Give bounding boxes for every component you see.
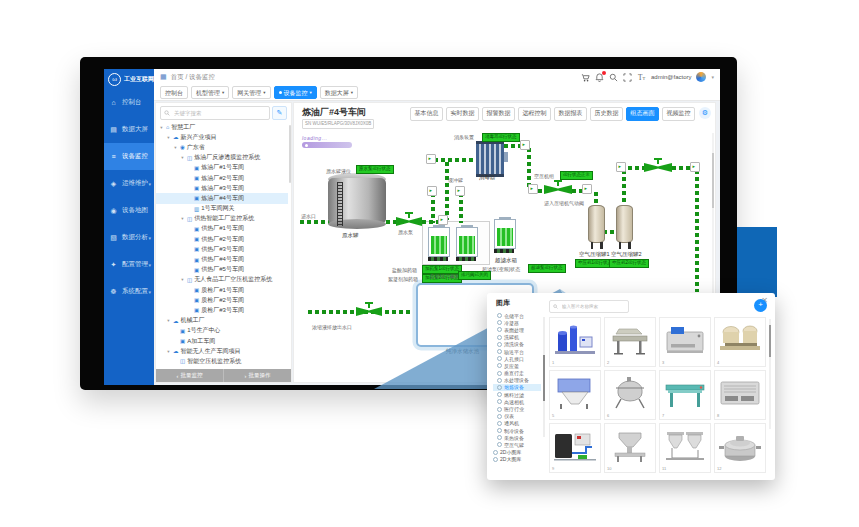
gallery-category[interactable]: 仪表: [493, 413, 541, 420]
device-button-视频监控[interactable]: 视频监控: [662, 107, 695, 121]
gallery-category[interactable]: 2D小图库: [493, 449, 541, 456]
gallery-category[interactable]: 仓储平台: [493, 312, 541, 319]
tab-控制台[interactable]: 控制台: [160, 86, 188, 99]
gallery-item-kettle[interactable]: 6: [604, 370, 656, 420]
breadcrumb-home[interactable]: 首页: [171, 73, 184, 80]
gallery-item-hopper[interactable]: 5: [549, 370, 601, 420]
ultrafiltration-tank[interactable]: [494, 219, 516, 249]
tree-item[interactable]: ▾◫供热智能工厂监控系统: [156, 214, 288, 224]
tree-item[interactable]: ▣炼油厂#3号车间: [156, 183, 288, 193]
sensor-icon[interactable]: [616, 162, 626, 172]
tab-数据大屏[interactable]: 数据大屏▾: [320, 86, 358, 99]
tree-item[interactable]: ▣炼油厂#2号车间: [156, 173, 288, 183]
gallery-item-sieve[interactable]: 12: [714, 423, 766, 473]
sidebar-item-config[interactable]: ✦配置管理▾: [104, 251, 154, 278]
sensor-icon[interactable]: [455, 186, 465, 196]
tree-item[interactable]: ▣供热厂#3号车间: [156, 244, 288, 254]
tree-item[interactable]: ▣供热厂#4号车间: [156, 254, 288, 264]
gallery-item-funnel[interactable]: 10: [604, 423, 656, 473]
tree-edit-button[interactable]: ✎: [272, 106, 287, 120]
gallery-category[interactable]: 冷凝器: [493, 319, 541, 326]
gallery-category[interactable]: 人孔接口: [493, 355, 541, 362]
device-button-历史数据[interactable]: 历史数据: [590, 107, 623, 121]
tree-item[interactable]: ▣质检厂#3号车间: [156, 305, 288, 315]
sensor-icon[interactable]: [427, 186, 437, 196]
gallery-category[interactable]: 输送平台: [493, 348, 541, 355]
air-compression-tank-1[interactable]: [588, 205, 605, 243]
avatar[interactable]: [696, 72, 706, 82]
tree-item[interactable]: ▣炼油厂#4号车间: [156, 193, 288, 203]
tree-search-input[interactable]: [172, 109, 266, 117]
bell-icon[interactable]: [595, 73, 604, 82]
sidebar-item-maintain[interactable]: ◈运维维护▾: [104, 170, 154, 197]
tree-item[interactable]: ▥1号车间网关: [156, 204, 288, 214]
gallery-category[interactable]: 水处理设备: [493, 377, 541, 384]
gallery-item-separator[interactable]: 4: [714, 317, 766, 367]
valve-icon[interactable]: [644, 158, 672, 172]
tab-设备监控[interactable]: 设备监控▾: [274, 86, 317, 99]
sensor-icon[interactable]: [582, 184, 592, 194]
fullscreen-icon[interactable]: [623, 73, 632, 82]
tree-item[interactable]: ▾☁智能无人生产车间项目: [156, 346, 288, 356]
canvas-scrollbar-thumb[interactable]: [712, 153, 714, 208]
tab-网关管理[interactable]: 网关管理▾: [232, 86, 270, 99]
dosing-tank-1[interactable]: [428, 227, 450, 257]
tree-item[interactable]: ▣供热厂#5号车间: [156, 265, 288, 275]
batch-action-button[interactable]: ›批量操作: [223, 369, 291, 382]
valve-icon[interactable]: [544, 180, 572, 194]
tree-item[interactable]: ▾◫无人食品工厂空压机监控系统: [156, 275, 288, 285]
device-button-基本信息[interactable]: 基本信息: [410, 107, 443, 121]
gallery-category[interactable]: 通风机: [493, 420, 541, 427]
chevron-down-icon[interactable]: ▾: [711, 74, 714, 80]
gallery-list-scrollbar-thumb[interactable]: [543, 355, 545, 401]
gallery-item-table[interactable]: 7: [659, 370, 711, 420]
device-button-数据报表[interactable]: 数据报表: [554, 107, 587, 121]
device-button-组态画面[interactable]: 组态画面: [626, 107, 659, 121]
sidebar-item-screen[interactable]: ▤数据大屏: [104, 116, 154, 143]
sensor-icon[interactable]: [528, 184, 538, 194]
device-button-报警数据[interactable]: 报警数据: [482, 107, 515, 121]
sterilizer-unit[interactable]: [476, 141, 504, 177]
batch-monitor-button[interactable]: ‹批量监控: [156, 369, 223, 382]
gallery-category[interactable]: 表面处理: [493, 326, 541, 333]
tree-item[interactable]: ▾☁机械工厂: [156, 316, 288, 326]
gallery-category[interactable]: 洗罐机: [493, 334, 541, 341]
gallery-category[interactable]: 清洗设备: [493, 341, 541, 348]
sidebar-item-console[interactable]: ⌂控制台: [104, 89, 154, 116]
tree-item[interactable]: ▣炼油厂#1号车间: [156, 163, 288, 173]
tab-机型管理[interactable]: 机型管理▾: [191, 86, 229, 99]
tree-item[interactable]: ▾⌂智慧工厂: [156, 122, 288, 132]
sensor-icon[interactable]: [690, 162, 700, 172]
tree-item[interactable]: ▣供热厂#1号车间: [156, 224, 288, 234]
collapse-menu-icon[interactable]: ▦: [160, 73, 167, 81]
gallery-category[interactable]: 垂直行走: [493, 370, 541, 377]
raw-water-tank[interactable]: [328, 173, 386, 229]
gallery-add-button[interactable]: +: [754, 299, 767, 312]
air-compression-tank-2[interactable]: [616, 205, 633, 243]
tree-item[interactable]: ▣质检厂#1号车间: [156, 285, 288, 295]
tree-item[interactable]: ▾◫炼油厂反渗透膜监控系统: [156, 153, 288, 163]
sensor-icon[interactable]: [426, 154, 436, 164]
gallery-grid-scrollbar-thumb[interactable]: [769, 325, 771, 357]
gallery-item-cnc[interactable]: 3: [659, 317, 711, 367]
gallery-category[interactable]: 2D大图库: [493, 456, 541, 463]
sensor-icon[interactable]: [438, 215, 448, 225]
gallery-category[interactable]: 医疗行业: [493, 405, 541, 412]
device-button-远程控制[interactable]: 远程控制: [518, 107, 551, 121]
tree-item[interactable]: ▣1号生产中心: [156, 326, 288, 336]
gallery-search-input[interactable]: [560, 303, 625, 310]
dosing-tank-2[interactable]: [456, 227, 478, 257]
gallery-category[interactable]: 高速相机: [493, 398, 541, 405]
gallery-category[interactable]: 反应釜: [493, 362, 541, 369]
gear-icon[interactable]: ⚙: [699, 107, 711, 119]
tree-item[interactable]: ▣供热厂#2号车间: [156, 234, 288, 244]
search-icon[interactable]: [609, 73, 618, 82]
tree-item[interactable]: ▣A加工车间: [156, 336, 288, 346]
gallery-category[interactable]: 空压气罐: [493, 441, 541, 448]
cart-icon[interactable]: [581, 73, 590, 82]
tree-item[interactable]: ▾◉广东省: [156, 142, 288, 152]
gallery-item-mixer[interactable]: 11: [659, 423, 711, 473]
tree-item[interactable]: ▣质检厂#2号车间: [156, 295, 288, 305]
gallery-category[interactable]: 制冷设备: [493, 427, 541, 434]
gallery-item-chiller[interactable]: 9: [549, 423, 601, 473]
